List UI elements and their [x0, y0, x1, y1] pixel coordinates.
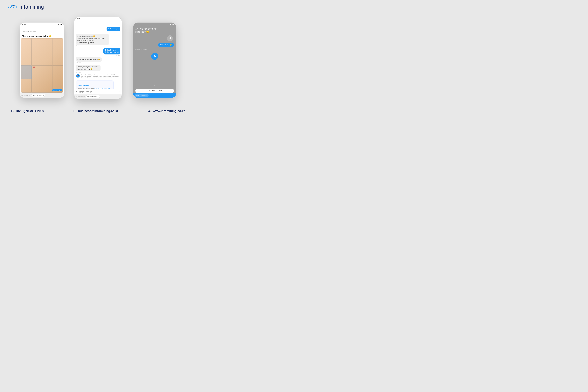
- right-wifi: ▲: [172, 24, 173, 25]
- msg-bubble-4: Hmm.. that symptom could be 😊: [76, 58, 102, 62]
- msg-row-4: Hmm.. that symptom could be 😊 10:52 AM: [76, 58, 120, 63]
- disclaimer-row: 📢 This is artificial intelligence to sug…: [76, 74, 120, 78]
- msg-row-2: Hmm.. lower left side.. 😊What symptoms d…: [76, 34, 120, 46]
- web-value: www.infomining.co.kr: [153, 109, 185, 113]
- left-tag-label: Upset Stomach: [33, 94, 42, 96]
- left-phone-notch: [36, 22, 48, 25]
- locate-bold: locate: [29, 35, 34, 37]
- body-map-region-label[interactable]: Left iliac reg...: [52, 89, 62, 92]
- body-map-grid: [21, 38, 63, 92]
- left-phone-footer: My symptoms Upset Stomach ×: [20, 92, 64, 98]
- phone-center: 12:30 ▲ ▲ ▮ × Left iliac region 10:42 AM…: [74, 17, 122, 100]
- center-phone-notch: [92, 17, 104, 19]
- rec-title: UROLOGIST: [78, 84, 112, 87]
- right-phone-footer: Upset Stomach ×: [133, 93, 176, 98]
- svg-rect-3: [170, 38, 170, 39]
- chat-body[interactable]: Left iliac region 10:42 AM Hmm.. lower l…: [74, 25, 122, 89]
- center-footer-tag[interactable]: Upset Stomach ×: [86, 95, 100, 98]
- contact-email: E. business@infomining.co.kr: [73, 109, 118, 113]
- left-footer-my-symptoms: My symptoms: [22, 94, 30, 96]
- disclaimer-icon: 📢: [76, 74, 80, 78]
- msg-time-2: 10:42 AM: [76, 45, 82, 46]
- battery-icon: ▮: [61, 24, 62, 25]
- svg-rect-2: [169, 37, 170, 39]
- grid-cell-7: [42, 52, 53, 66]
- waveform-svg: [168, 37, 171, 40]
- voice-wave-icon: [167, 35, 173, 41]
- msg-bubble-5: Thank you for your time, Chloe.I recomme…: [76, 65, 100, 71]
- left-tag-close[interactable]: ×: [43, 94, 44, 96]
- msg-time-5: 10:53 AM: [76, 72, 82, 73]
- svg-point-0: [8, 4, 10, 6]
- grid-cell-12: [53, 66, 63, 79]
- contact-bar: P. +82 (0)70 4914 2969 E. business@infom…: [6, 109, 190, 113]
- body-map[interactable]: Left iliac reg...: [21, 38, 63, 92]
- recommendation-card: 1 UROLOGIST You may start by seeing your…: [76, 80, 114, 89]
- chat-attach-button[interactable]: +: [76, 90, 78, 93]
- svg-rect-7: [154, 55, 155, 56]
- msg-time-3: 10:43 AM: [114, 55, 120, 56]
- pain-indicator: [33, 66, 35, 68]
- msg-time-1: 10:42 AM: [114, 31, 120, 32]
- phone-right: ▲ ▲ ▮ ...y long has this been bling you?…: [133, 22, 176, 98]
- logo-icon: [7, 3, 18, 11]
- listening-button[interactable]: I am listening 😊: [158, 43, 174, 47]
- phones-container: 12:30 ▲ ▲ ▮ × Less than one day Please l…: [6, 16, 190, 102]
- right-question-line2: bling you? 😊: [136, 31, 149, 33]
- wifi-icon: ▲: [60, 24, 61, 25]
- grid-cell-3: [42, 38, 53, 52]
- locate-text: Please locate the pain below 😊: [20, 34, 64, 38]
- right-signal: ▲: [170, 24, 171, 25]
- web-label: W.: [148, 109, 151, 113]
- left-close-button[interactable]: ×: [22, 27, 23, 29]
- msg-row-3: 1. Blood in urine2. Extremely painful 10…: [76, 48, 120, 56]
- grid-cell-5: [21, 52, 32, 66]
- chat-message-input[interactable]: [79, 91, 117, 92]
- phone-label: P.: [11, 109, 14, 113]
- duration-pill[interactable]: Less than one day: [136, 89, 174, 93]
- disclaimer-text: This is artificial intelligence to sugge…: [81, 74, 120, 78]
- grid-cell-11: [42, 66, 53, 79]
- left-pain-label: Less than one day: [20, 30, 64, 34]
- mic-icon: [153, 55, 156, 58]
- locate-prefix: Please: [22, 35, 29, 37]
- chat-input-bar: + ➤: [74, 89, 122, 94]
- chat-close-button[interactable]: ×: [76, 21, 78, 24]
- svg-rect-6: [171, 38, 171, 39]
- left-time: 12:30: [22, 24, 26, 25]
- right-phone-screen: ...y long has this been bling you? 😊: [133, 26, 176, 93]
- phone-value: +82 (0)70 4914 2969: [16, 109, 44, 113]
- right-tag-close[interactable]: ×: [146, 95, 147, 96]
- svg-rect-4: [170, 37, 170, 39]
- grid-cell-14: [32, 79, 42, 92]
- grid-cell-6: [32, 52, 42, 66]
- logo-container: infomining: [7, 3, 44, 11]
- right-content: ...y long has this been bling you? 😊: [133, 26, 176, 89]
- grid-cell-9[interactable]: [21, 66, 32, 79]
- right-footer-tag[interactable]: Upset Stomach ×: [135, 94, 148, 97]
- msg-row-5: Thank you for your time, Chloe.I recomme…: [76, 65, 120, 73]
- center-tag-close[interactable]: ×: [98, 96, 98, 98]
- right-question-line1: ...y long has this been: [136, 28, 157, 30]
- locate-suffix: the pain below 😊: [34, 35, 52, 37]
- center-signal: ▲: [115, 18, 116, 20]
- grid-cell-8: [53, 52, 63, 66]
- chat-header: ×: [74, 20, 122, 25]
- msg-row-1: Left iliac region 10:42 AM: [76, 27, 120, 32]
- center-phone-footer: My symptoms Upset Stomach ×: [74, 94, 122, 99]
- center-tag-label: Upset Stomach: [87, 96, 97, 98]
- rec-link-family[interactable]: family doctor or primary care provider: [78, 88, 110, 89]
- grid-cell-2: [32, 38, 42, 52]
- left-footer-tag[interactable]: Upset Stomach ×: [31, 94, 45, 97]
- center-wifi: ▲: [117, 18, 118, 20]
- chat-send-button[interactable]: ➤: [118, 90, 120, 93]
- center-time: 12:30: [76, 18, 80, 20]
- mic-button[interactable]: [151, 53, 158, 60]
- msg-bubble-3: 1. Blood in urine2. Extremely painful: [103, 48, 120, 54]
- phone-left: 12:30 ▲ ▲ ▮ × Less than one day Please l…: [20, 22, 64, 98]
- center-battery: ▮: [119, 18, 120, 20]
- msg-time-4: 10:52 AM: [76, 62, 82, 63]
- rec-body: You may start by seeing your family doct…: [78, 88, 112, 89]
- rec-number: 1: [78, 82, 112, 84]
- grid-cell-13: [21, 79, 32, 92]
